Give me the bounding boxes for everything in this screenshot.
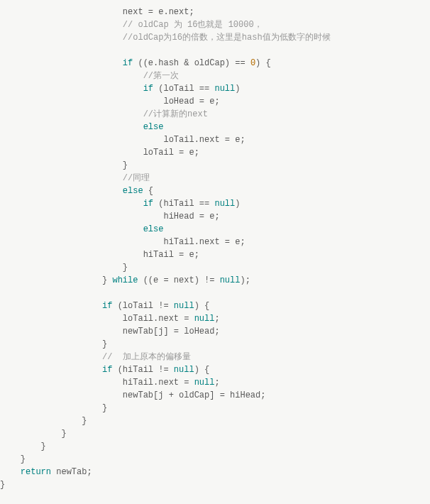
- code-line: }: [0, 429, 67, 439]
- code-line: }: [0, 263, 128, 273]
- code-line: else: [0, 122, 163, 132]
- code-text: newTab;: [51, 467, 92, 477]
- code-text: (hiTail ==: [153, 199, 214, 209]
- code-keyword: null: [174, 365, 194, 375]
- code-line: loTail.next = e;: [0, 135, 246, 145]
- code-text: loTail.next = e;: [163, 135, 245, 145]
- code-text: }: [123, 263, 128, 273]
- code-line: //计算新的next: [0, 109, 208, 119]
- code-text: }: [41, 442, 46, 451]
- code-line: }: [0, 442, 46, 451]
- code-keyword: null: [174, 301, 194, 311]
- code-line: newTab[j] = loHead;: [0, 327, 220, 336]
- code-line: //oldCap为16的倍数，这里是hash值为低数字的时候: [0, 33, 331, 43]
- code-keyword: else: [143, 224, 164, 234]
- code-keyword: if: [143, 199, 153, 209]
- code-text: );: [240, 275, 250, 285]
- code-text: hiTail = e;: [143, 250, 199, 260]
- code-line: else {: [0, 186, 153, 196]
- code-line: loTail = e;: [0, 148, 199, 158]
- code-line: newTab[j + oldCap] = hiHead;: [0, 390, 265, 400]
- code-keyword: return: [21, 467, 51, 477]
- code-keyword: if: [123, 58, 133, 68]
- code-text: }: [21, 454, 26, 464]
- code-line: if ((e.hash & oldCap) == 0) {: [0, 58, 271, 68]
- code-text: {: [143, 186, 153, 196]
- code-comment: // 加上原本的偏移量: [102, 352, 191, 362]
- code-comment: //第一次: [143, 71, 179, 81]
- code-text: (hiTail !=: [112, 365, 173, 375]
- code-block: next = e.next; // oldCap 为 16也就是 10000， …: [0, 0, 430, 491]
- code-line: }: [0, 160, 128, 170]
- code-text: ): [235, 84, 240, 94]
- code-keyword: if: [102, 301, 112, 311]
- code-line: loTail.next = null;: [0, 314, 220, 324]
- code-keyword: if: [102, 365, 112, 375]
- code-text: newTab[j + oldCap] = hiHead;: [123, 390, 266, 400]
- code-text: next = e.next;: [123, 7, 194, 17]
- code-line: hiTail.next = e;: [0, 237, 246, 247]
- code-line: //第一次: [0, 71, 179, 81]
- code-line: [0, 288, 5, 298]
- code-comment: //oldCap为16的倍数，这里是hash值为低数字的时候: [123, 33, 331, 43]
- code-line: }: [0, 416, 87, 426]
- code-keyword: null: [214, 84, 235, 94]
- code-line: [0, 45, 5, 55]
- code-line: // oldCap 为 16也就是 10000，: [0, 20, 263, 30]
- code-text: ((e.hash & oldCap) ==: [133, 58, 250, 68]
- code-text: hiHead = e;: [163, 212, 219, 221]
- code-text: ((e = next) !=: [138, 275, 219, 285]
- code-text: ) {: [194, 365, 210, 375]
- code-comment: //计算新的next: [143, 109, 208, 119]
- code-keyword: else: [123, 186, 143, 196]
- code-text: }: [102, 403, 107, 413]
- code-text: (loTail ==: [153, 84, 214, 94]
- code-keyword: if: [143, 84, 153, 94]
- code-text: }: [82, 416, 87, 426]
- code-text: ) {: [255, 58, 271, 68]
- code-keyword: null: [214, 199, 235, 209]
- code-comment: //同理: [123, 173, 150, 183]
- code-line: hiTail = e;: [0, 250, 199, 260]
- code-text: (loTail !=: [112, 301, 173, 311]
- code-line: } while ((e = next) != null);: [0, 275, 250, 285]
- code-line: if (loTail != null) {: [0, 301, 209, 311]
- code-keyword: null: [194, 378, 215, 388]
- code-line: }: [0, 339, 107, 349]
- code-text: ) {: [194, 301, 210, 311]
- code-line: hiHead = e;: [0, 212, 220, 221]
- code-keyword: else: [143, 122, 164, 132]
- code-text: }: [123, 160, 128, 170]
- code-line: // 加上原本的偏移量: [0, 352, 191, 362]
- code-line: if (loTail == null): [0, 84, 240, 94]
- code-text: }: [61, 429, 66, 439]
- code-number: 0: [250, 58, 255, 68]
- code-comment: // oldCap 为 16也就是 10000，: [123, 20, 263, 30]
- code-line: next = e.next;: [0, 7, 194, 17]
- code-line: }: [0, 454, 26, 464]
- code-line: //同理: [0, 173, 150, 183]
- code-text: }: [102, 339, 107, 349]
- code-line: loHead = e;: [0, 97, 220, 106]
- code-text: }: [102, 275, 112, 285]
- code-keyword: while: [112, 275, 138, 285]
- code-keyword: null: [194, 314, 215, 324]
- code-text: hiTail.next =: [123, 378, 194, 388]
- code-text: loHead = e;: [163, 97, 219, 106]
- code-text: hiTail.next = e;: [163, 237, 245, 247]
- code-line: return newTab;: [0, 467, 92, 477]
- code-text: newTab[j] = loHead;: [123, 327, 220, 336]
- code-line: if (hiTail != null) {: [0, 365, 209, 375]
- code-line: }: [0, 403, 107, 413]
- code-text: ): [235, 199, 240, 209]
- code-line: if (hiTail == null): [0, 199, 240, 209]
- code-line: hiTail.next = null;: [0, 378, 220, 388]
- code-text: ;: [214, 314, 219, 324]
- code-text: ;: [214, 378, 219, 388]
- code-keyword: null: [220, 275, 241, 285]
- code-text: loTail = e;: [143, 148, 199, 158]
- code-text: }: [0, 480, 5, 490]
- code-line: else: [0, 224, 163, 234]
- code-text: loTail.next =: [123, 314, 194, 324]
- code-line: }: [0, 480, 5, 490]
